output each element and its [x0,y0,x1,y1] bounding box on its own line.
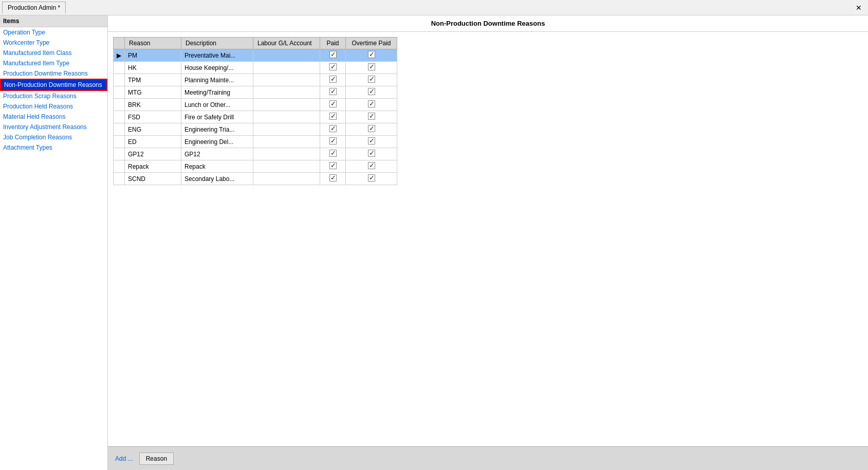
cell-overtime[interactable] [346,173,397,185]
overtime-checkbox[interactable] [368,51,375,58]
sidebar-item-production-scrap-reasons[interactable]: Production Scrap Reasons [0,91,107,101]
cell-labour [253,160,320,173]
sidebar-header: Items [0,15,107,27]
paid-checkbox[interactable] [329,88,337,95]
cell-overtime[interactable] [346,99,397,111]
cell-paid[interactable] [320,160,346,173]
table-row[interactable]: GP12GP12 [114,148,397,160]
row-indicator [114,99,125,111]
cell-overtime[interactable] [346,62,397,74]
overtime-checkbox[interactable] [368,113,375,120]
overtime-checkbox[interactable] [368,125,375,132]
cell-paid[interactable] [320,74,346,86]
cell-labour [253,86,320,99]
paid-checkbox[interactable] [329,76,337,83]
table-row[interactable]: HKHouse Keeping/... [114,62,397,74]
cell-paid[interactable] [320,111,346,123]
row-indicator [114,136,125,148]
sidebar-item-inventory-adjustment-reasons[interactable]: Inventory Adjustment Reasons [0,122,107,132]
cell-paid[interactable] [320,86,346,99]
overtime-checkbox[interactable] [368,76,375,83]
cell-overtime[interactable] [346,111,397,123]
cell-reason: Repack [125,160,181,173]
table-row[interactable]: TPMPlanning Mainte... [114,74,397,86]
paid-checkbox[interactable] [329,162,337,169]
overtime-checkbox[interactable] [368,137,375,144]
content-area: Non-Production Downtime Reasons ReasonDe… [108,15,868,470]
row-indicator [114,86,125,99]
cell-paid[interactable] [320,136,346,148]
cell-description: Preventative Mai... [181,49,253,62]
cell-description: Fire or Safety Drill [181,111,253,123]
cell-reason: BRK [125,99,181,111]
overtime-checkbox[interactable] [368,63,375,70]
col-header-labour-g/l-account: Labour G/L Account [253,38,320,49]
paid-checkbox[interactable] [329,150,337,157]
sidebar-item-manufactured-item-class[interactable]: Manufactured Item Class [0,48,107,58]
overtime-checkbox[interactable] [368,174,375,182]
cell-description: GP12 [181,148,253,160]
cell-description: Planning Mainte... [181,74,253,86]
overtime-checkbox[interactable] [368,88,375,95]
cell-overtime[interactable] [346,86,397,99]
cell-labour [253,74,320,86]
cell-overtime[interactable] [346,160,397,173]
sidebar-item-non-production-downtime-reasons[interactable]: Non-Production Downtime Reasons [0,79,107,91]
cell-labour [253,99,320,111]
table-row[interactable]: EDEngineering Del... [114,136,397,148]
paid-checkbox[interactable] [329,137,337,144]
cell-description: Meeting/Training [181,86,253,99]
paid-checkbox[interactable] [329,51,337,58]
main-tab[interactable]: Production Admin * [2,2,66,13]
sidebar-item-manufactured-item-type[interactable]: Manufactured Item Type [0,58,107,68]
paid-checkbox[interactable] [329,100,337,107]
cell-paid[interactable] [320,148,346,160]
cell-overtime[interactable] [346,148,397,160]
sidebar-item-material-held-reasons[interactable]: Material Held Reasons [0,112,107,122]
title-bar: Production Admin * ✕ [0,0,868,15]
sidebar-item-job-completion-reasons[interactable]: Job Completion Reasons [0,132,107,142]
table-row[interactable]: SCNDSecondary Labo... [114,173,397,185]
paid-checkbox[interactable] [329,63,337,70]
cell-description: House Keeping/... [181,62,253,74]
add-button[interactable]: Add ... [113,454,135,463]
cell-overtime[interactable] [346,49,397,62]
content-title: Non-Production Downtime Reasons [108,15,868,32]
cell-paid[interactable] [320,99,346,111]
table-row[interactable]: RepackRepack [114,160,397,173]
sidebar-item-production-held-reasons[interactable]: Production Held Reasons [0,101,107,112]
cell-description: Lunch or Other... [181,99,253,111]
close-button[interactable]: ✕ [852,3,866,13]
overtime-checkbox[interactable] [368,162,375,169]
table-row[interactable]: FSDFire or Safety Drill [114,111,397,123]
sidebar-item-production-downtime-reasons[interactable]: Production Downtime Reasons [0,68,107,79]
cell-labour [253,148,320,160]
paid-checkbox[interactable] [329,125,337,132]
col-header-overtime-paid: Overtime Paid [346,38,397,49]
table-row[interactable]: MTGMeeting/Training [114,86,397,99]
cell-overtime[interactable] [346,123,397,136]
data-table: ReasonDescriptionLabour G/L AccountPaidO… [113,37,397,185]
cell-overtime[interactable] [346,74,397,86]
row-indicator [114,123,125,136]
overtime-checkbox[interactable] [368,100,375,107]
sidebar-item-workcenter-type[interactable]: Workcenter Type [0,38,107,48]
table-row[interactable]: ENGEngineering Tria... [114,123,397,136]
cell-paid[interactable] [320,173,346,185]
cell-paid[interactable] [320,49,346,62]
reason-button[interactable]: Reason [139,453,174,465]
cell-overtime[interactable] [346,136,397,148]
table-row[interactable]: BRKLunch or Other... [114,99,397,111]
main-container: Items Operation TypeWorkcenter TypeManuf… [0,15,868,470]
cell-paid[interactable] [320,62,346,74]
sidebar-item-operation-type[interactable]: Operation Type [0,27,107,38]
overtime-checkbox[interactable] [368,150,375,157]
sidebar-item-attachment-types[interactable]: Attachment Types [0,142,107,153]
paid-checkbox[interactable] [329,113,337,120]
cell-paid[interactable] [320,123,346,136]
bottom-bar: Add ... Reason [108,446,868,470]
cell-reason: GP12 [125,148,181,160]
table-row[interactable]: ▶PMPreventative Mai... [114,49,397,62]
paid-checkbox[interactable] [329,174,337,182]
table-wrapper[interactable]: ReasonDescriptionLabour G/L AccountPaidO… [108,32,868,446]
